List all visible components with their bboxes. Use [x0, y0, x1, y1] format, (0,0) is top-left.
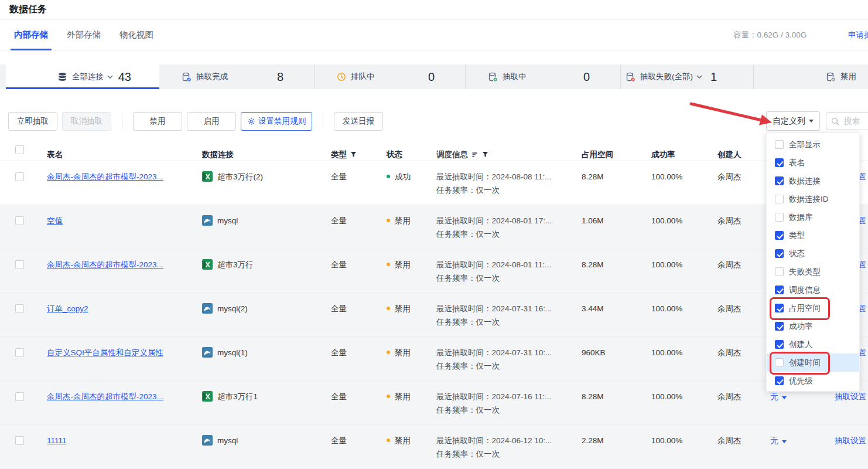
schedule-cell: 最近抽取时间：2024-07-31 16:...任务频率：仅一次 [433, 293, 577, 337]
connection-name: mysql(1) [217, 348, 248, 357]
table-row: 余周杰-余周杰的超市模型-2023...超市3万行全量禁用最近抽取时间：2024… [0, 249, 868, 293]
status-card-disabled[interactable]: 禁用 [754, 64, 868, 89]
filter-icon[interactable] [482, 151, 488, 158]
mysql-icon [202, 347, 213, 361]
search-input[interactable] [843, 116, 868, 126]
checkbox-checked-icon[interactable] [775, 376, 784, 385]
priority-dropdown[interactable]: 无 [770, 436, 787, 445]
column-option-label: 数据连接ID [789, 194, 829, 205]
checkbox-checked-icon[interactable] [775, 340, 784, 349]
status-label: 禁用 [395, 348, 411, 357]
status-card-all-connections[interactable]: 全部连接43 [6, 64, 159, 89]
schedule-frequency: 任务频率：仅一次 [436, 317, 577, 328]
cancel-extract-button[interactable]: 取消抽取 [62, 112, 111, 131]
column-option-8[interactable]: 调度信息 [767, 281, 859, 299]
table-name-link[interactable]: 余周杰-余周杰的超市模型-2023... [47, 392, 163, 401]
schedule-frequency: 任务频率：仅一次 [436, 229, 577, 240]
mysql-icon [202, 435, 213, 449]
caret-down-icon [782, 396, 787, 399]
column-option-13[interactable]: 优先级 [767, 372, 859, 390]
column-option-label: 数据库 [789, 212, 813, 223]
checkbox-unchecked-icon[interactable] [775, 195, 784, 203]
checkbox-unchecked-icon[interactable] [775, 213, 784, 222]
checkbox-checked-icon[interactable] [775, 231, 784, 240]
column-option-3[interactable]: 数据连接ID [767, 190, 859, 208]
column-option-10[interactable]: 成功率 [767, 317, 859, 335]
extract-settings-link[interactable]: 抽取设置 [835, 436, 866, 445]
column-option-6[interactable]: 状态 [767, 244, 859, 263]
table-name-link[interactable]: 余周杰-余周杰的超市模型-2023... [47, 172, 163, 181]
checkbox-checked-icon[interactable] [775, 322, 784, 331]
column-option-label: 成功率 [789, 321, 813, 332]
column-option-12[interactable]: 创建时间 [767, 354, 859, 372]
row-checkbox[interactable] [15, 172, 24, 181]
status-card-extracting[interactable]: 抽取中0 [466, 64, 621, 89]
table-name-link[interactable]: 空值 [47, 216, 63, 225]
checkbox-checked-icon[interactable] [775, 176, 784, 185]
filter-icon[interactable] [350, 151, 357, 158]
enable-button[interactable]: 启用 [187, 112, 236, 131]
table-name-cell: 余周杰-余周杰的超市模型-2023... [33, 249, 193, 293]
tab-internal-storage-label: 内部存储 [14, 29, 48, 40]
search-box[interactable] [826, 112, 868, 130]
tab-materialized-view[interactable]: 物化视图 [115, 20, 158, 50]
status-card-all-connections-count: 43 [118, 70, 131, 84]
send-daily-report-button[interactable]: 发送日报 [334, 112, 383, 131]
column-header-label: 类型 [331, 149, 347, 161]
checkbox-checked-icon[interactable] [775, 304, 784, 312]
column-option-11[interactable]: 创建人 [767, 335, 859, 354]
title-bar: 数据任务 [0, 0, 868, 20]
status-card-bar: 全部连接43 抽取完成8排队中0 抽取中0 抽取失败(全部)1 禁用 [0, 64, 868, 89]
row-checkbox[interactable] [15, 348, 24, 357]
table-name-link[interactable]: 余周杰-余周杰的超市模型-2023... [47, 260, 163, 269]
extract-now-button[interactable]: 立即抽取 [8, 112, 57, 131]
tab-internal-storage[interactable]: 内部存储 [9, 20, 53, 50]
size-cell: 2.28M [577, 425, 650, 468]
cancel-extract-button-label: 取消抽取 [71, 116, 102, 127]
checkbox-checked-icon[interactable] [775, 158, 784, 167]
tab-external-storage[interactable]: 外部存储 [62, 20, 105, 50]
column-option-1[interactable]: 表名 [767, 154, 859, 172]
select-all-checkbox[interactable] [15, 145, 24, 154]
row-checkbox[interactable] [15, 216, 24, 225]
table-name-cell: 订单_copy2 [33, 293, 193, 337]
status-card-extracting-label: 抽取中 [503, 72, 527, 82]
column-option-2[interactable]: 数据连接 [767, 172, 859, 190]
table-row: 余周杰-余周杰的超市模型-2023...超市3万行(2)全量成功最近抽取时间：2… [0, 161, 868, 205]
status-card-extract-failed[interactable]: 抽取失败(全部)1 [621, 64, 754, 89]
table-row: 余周杰-余周杰的超市模型-2023...超市3万行1全量禁用最近抽取时间：202… [0, 381, 868, 425]
clock-icon [337, 72, 346, 81]
column-option-5[interactable]: 类型 [767, 226, 859, 244]
schedule-frequency: 任务频率：仅一次 [436, 361, 577, 372]
column-option-0[interactable]: 全部显示 [767, 135, 859, 154]
connection-name: mysql [217, 216, 238, 225]
checkbox-unchecked-icon[interactable] [775, 358, 784, 367]
expand-capacity-link[interactable]: 申请扩容 [848, 20, 868, 50]
status-card-disabled-label: 禁用 [840, 72, 856, 82]
custom-columns-button[interactable]: 自定义列 [766, 111, 820, 131]
disable-button[interactable]: 禁用 [133, 112, 182, 131]
priority-dropdown[interactable]: 无 [770, 392, 787, 401]
status-cell: 禁用 [378, 381, 433, 424]
row-checkbox[interactable] [15, 436, 24, 445]
data-task-page: 数据任务 内部存储外部存储物化视图 容量：0.62G / 3.00G 申请扩容 … [0, 0, 868, 469]
row-checkbox[interactable] [15, 392, 24, 401]
table-name-link[interactable]: 订单_copy2 [47, 304, 88, 313]
checkbox-checked-icon[interactable] [775, 249, 784, 258]
checkbox-unchecked-icon[interactable] [775, 267, 784, 276]
status-card-queued[interactable]: 排队中0 [315, 64, 466, 89]
extract-settings-link[interactable]: 抽取设置 [835, 392, 866, 401]
column-option-9[interactable]: 占用空间 [767, 299, 859, 317]
table-name-link[interactable]: 11111 [47, 436, 67, 445]
checkbox-unchecked-icon[interactable] [775, 140, 784, 149]
set-disable-rules-button[interactable]: 设置禁用规则 [241, 112, 312, 131]
sort-icon[interactable] [471, 151, 479, 158]
row-checkbox[interactable] [15, 304, 24, 313]
tab-materialized-view-label: 物化视图 [119, 29, 153, 40]
table-name-link[interactable]: 自定义SQI平台属性和自定义属性 [47, 348, 163, 357]
column-option-7[interactable]: 失败类型 [767, 263, 859, 281]
row-checkbox[interactable] [15, 260, 24, 269]
status-card-extract-done[interactable]: 抽取完成8 [159, 64, 315, 89]
column-option-4[interactable]: 数据库 [767, 208, 859, 226]
checkbox-checked-icon[interactable] [775, 286, 784, 294]
